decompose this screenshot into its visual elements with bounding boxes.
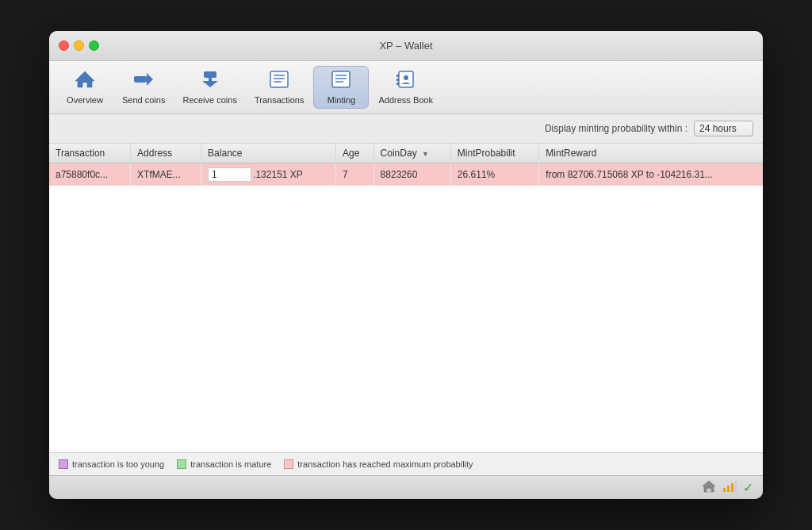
tab-send-coins-label: Send coins xyxy=(122,95,165,105)
svg-rect-21 xyxy=(723,488,726,492)
legend-box-young xyxy=(59,459,68,469)
tab-overview-label: Overview xyxy=(67,95,103,105)
tab-receive-coins-label: Receive coins xyxy=(182,95,236,105)
col-header-mintreward: MintReward xyxy=(539,144,763,163)
legend-young: transaction is too young xyxy=(59,459,164,469)
maximize-button[interactable] xyxy=(89,40,99,51)
svg-rect-15 xyxy=(396,75,399,77)
legend-box-mature xyxy=(177,459,186,469)
filter-label: Display minting probability within : xyxy=(545,123,688,134)
tab-send-coins[interactable]: Send coins xyxy=(114,67,173,108)
table-header-row: Transaction Address Balance Age CoinDay … xyxy=(49,144,763,163)
svg-marker-2 xyxy=(147,73,153,86)
legend-bar: transaction is too young transaction is … xyxy=(49,452,763,475)
cell-coinday: 8823260 xyxy=(373,163,450,186)
col-header-balance: Balance xyxy=(201,144,336,163)
svg-rect-16 xyxy=(396,79,399,81)
legend-label-young: transaction is too young xyxy=(72,459,164,469)
sort-icon: ▼ xyxy=(422,150,429,158)
tab-transactions-label: Transactions xyxy=(255,95,304,105)
col-header-transaction: Transaction xyxy=(49,144,131,163)
cell-mintreward: from 82706.715068 XP to -104216.31... xyxy=(539,163,763,186)
status-signal-icon xyxy=(722,480,737,495)
send-icon xyxy=(132,70,155,94)
svg-rect-10 xyxy=(332,71,350,87)
transactions-icon xyxy=(268,70,290,94)
content-area: Display minting probability within : 1 h… xyxy=(49,114,763,475)
svg-rect-23 xyxy=(731,483,733,492)
svg-marker-0 xyxy=(75,71,94,87)
cell-mintprob: 26.611% xyxy=(450,163,538,186)
table-row: a75880f0c... XTfMAE... .132151 XP 7 8823… xyxy=(49,163,763,186)
table-container: Transaction Address Balance Age CoinDay … xyxy=(49,144,763,452)
tab-receive-coins[interactable]: Receive coins xyxy=(174,67,244,108)
toolbar: Overview Send coins Receive coins xyxy=(49,61,763,114)
status-check-icon: ✓ xyxy=(743,480,753,495)
legend-label-mature: transaction is mature xyxy=(190,459,271,469)
home-icon xyxy=(74,70,96,94)
svg-rect-1 xyxy=(134,76,147,83)
cell-transaction: a75880f0c... xyxy=(49,163,131,186)
svg-rect-5 xyxy=(209,78,212,84)
svg-rect-24 xyxy=(735,481,737,492)
minting-icon xyxy=(330,70,352,94)
svg-point-18 xyxy=(404,75,408,80)
cell-address: XTfMAE... xyxy=(131,163,201,186)
tab-minting-label: Minting xyxy=(327,95,355,105)
title-bar: XP – Wallet xyxy=(49,31,763,61)
col-header-coinday[interactable]: CoinDay ▼ xyxy=(373,144,450,163)
cell-age: 7 xyxy=(335,163,373,186)
minimize-button[interactable] xyxy=(74,40,84,51)
legend-label-max: transaction has reached maximum probabil… xyxy=(297,459,473,469)
minting-table: Transaction Address Balance Age CoinDay … xyxy=(49,144,763,186)
svg-rect-6 xyxy=(270,71,288,87)
svg-rect-20 xyxy=(707,489,711,492)
addressbook-icon xyxy=(395,70,417,94)
receive-icon xyxy=(199,70,221,94)
main-window: XP – Wallet Overview Send coins xyxy=(49,31,763,499)
legend-max: transaction has reached maximum probabil… xyxy=(284,459,473,469)
svg-rect-3 xyxy=(204,71,216,78)
balance-input[interactable] xyxy=(208,167,251,182)
period-select[interactable]: 1 hour 24 hours 7 days 30 days xyxy=(694,121,753,136)
close-button[interactable] xyxy=(59,40,69,51)
tab-address-book-label: Address Book xyxy=(378,95,432,105)
col-header-mintprob: MintProbabilit xyxy=(450,144,538,163)
balance-suffix: .132151 XP xyxy=(253,169,303,180)
tab-overview[interactable]: Overview xyxy=(57,67,113,108)
col-header-age: Age xyxy=(335,144,373,163)
tab-transactions[interactable]: Transactions xyxy=(247,67,312,108)
legend-mature: transaction is mature xyxy=(177,459,271,469)
cell-balance: .132151 XP xyxy=(201,163,336,186)
status-bar: ✓ xyxy=(49,475,763,499)
status-home-icon xyxy=(702,480,716,495)
filter-bar: Display minting probability within : 1 h… xyxy=(49,114,763,144)
tab-address-book[interactable]: Address Book xyxy=(370,67,440,108)
col-header-address: Address xyxy=(131,144,201,163)
period-select-wrapper[interactable]: 1 hour 24 hours 7 days 30 days xyxy=(694,121,753,136)
traffic-lights xyxy=(59,40,99,51)
window-title: XP – Wallet xyxy=(379,40,432,52)
tab-minting[interactable]: Minting xyxy=(313,66,369,109)
svg-rect-22 xyxy=(727,486,730,492)
legend-box-max xyxy=(284,459,293,469)
svg-rect-17 xyxy=(396,83,399,85)
